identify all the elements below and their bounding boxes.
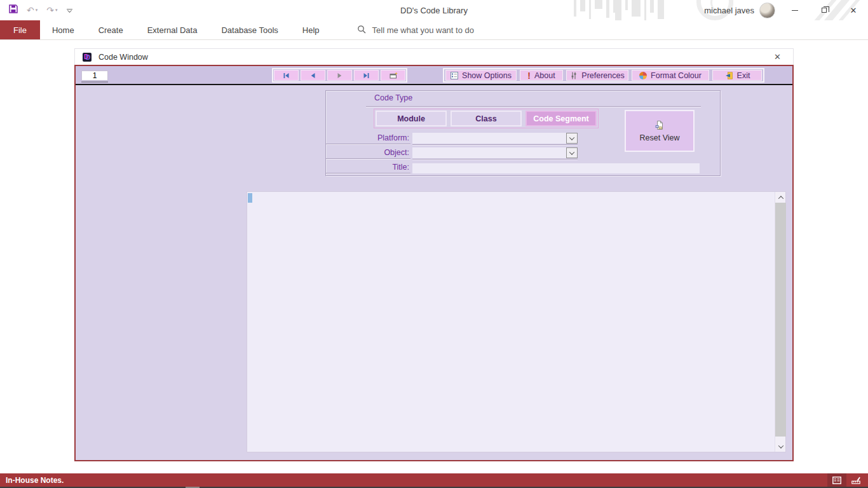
show-options-label: Show Options bbox=[462, 71, 512, 80]
toggle-class[interactable]: Class bbox=[451, 111, 522, 126]
customize-quick-access-icon[interactable] bbox=[67, 9, 72, 12]
close-form-icon[interactable]: ✕ bbox=[774, 52, 781, 62]
chevron-down-icon bbox=[569, 135, 574, 140]
code-window-title: Code Window bbox=[98, 53, 148, 62]
exclamation-icon: ! bbox=[527, 72, 531, 79]
form-toolbar-strip: Show Options ! About Preferences Format … bbox=[76, 66, 792, 85]
previous-record-icon bbox=[309, 72, 317, 79]
minimize-button[interactable] bbox=[780, 0, 810, 20]
about-button[interactable]: ! About bbox=[520, 70, 563, 81]
options-icon bbox=[451, 72, 458, 79]
account-name: michael javes bbox=[704, 6, 754, 15]
code-window-form: Show Options ! About Preferences Format … bbox=[74, 65, 794, 461]
first-record-icon bbox=[282, 72, 290, 79]
code-editor-textarea[interactable] bbox=[247, 192, 775, 452]
preferences-button[interactable]: Preferences bbox=[566, 70, 628, 81]
app-canvas: DD Code Window ✕ bbox=[0, 40, 868, 473]
tab-file[interactable]: File bbox=[0, 20, 40, 39]
tab-create[interactable]: Create bbox=[86, 20, 135, 39]
code-editor bbox=[247, 191, 786, 452]
record-number-input[interactable] bbox=[81, 71, 108, 81]
toggle-module[interactable]: Module bbox=[376, 111, 447, 126]
scrollbar-thumb[interactable] bbox=[775, 203, 786, 437]
code-window: DD Code Window ✕ bbox=[74, 48, 794, 461]
next-record-icon bbox=[336, 72, 344, 79]
reset-view-button[interactable]: Reset View bbox=[625, 110, 695, 152]
show-options-button[interactable]: Show Options bbox=[445, 70, 517, 81]
code-type-panel: Code Type Module Class Code Segment Plat… bbox=[325, 90, 721, 176]
editor-scrollbar[interactable] bbox=[775, 192, 785, 452]
colour-pie-icon bbox=[639, 72, 647, 79]
text-cursor bbox=[248, 193, 252, 203]
last-record-icon bbox=[362, 72, 370, 79]
exit-button[interactable]: Exit bbox=[712, 70, 762, 81]
new-record-button[interactable] bbox=[381, 70, 405, 81]
previous-record-button[interactable] bbox=[301, 70, 325, 81]
first-record-button[interactable] bbox=[274, 70, 299, 81]
format-colour-label: Format Colour bbox=[651, 71, 702, 80]
tab-home[interactable]: Home bbox=[40, 20, 86, 39]
close-button[interactable]: ✕ bbox=[839, 0, 868, 20]
scroll-down-icon[interactable] bbox=[775, 441, 786, 452]
record-number-box bbox=[81, 69, 108, 83]
design-view-icon bbox=[851, 477, 860, 484]
platform-row: Platform: bbox=[326, 133, 578, 145]
reset-view-label: Reset View bbox=[640, 133, 680, 142]
exit-icon bbox=[724, 72, 733, 79]
reset-view-icon bbox=[654, 120, 665, 130]
record-navigation-group bbox=[272, 68, 407, 83]
toggle-code-segment[interactable]: Code Segment bbox=[526, 111, 597, 126]
redo-button[interactable]: ↷▾ bbox=[46, 5, 57, 15]
tab-database-tools[interactable]: Database Tools bbox=[209, 20, 290, 39]
window-controls: ✕ bbox=[780, 0, 868, 20]
search-icon bbox=[357, 25, 366, 36]
status-bar: In-House Notes. bbox=[0, 473, 868, 487]
scroll-up-icon[interactable] bbox=[775, 192, 786, 203]
dd-logo-icon: DD bbox=[83, 53, 92, 62]
last-record-button[interactable] bbox=[354, 70, 379, 81]
form-command-buttons: Show Options ! About Preferences Format … bbox=[443, 68, 764, 83]
chevron-down-icon bbox=[569, 149, 574, 154]
sliders-icon bbox=[570, 72, 578, 79]
undo-button[interactable]: ↶▾ bbox=[27, 5, 37, 15]
about-label: About bbox=[534, 71, 555, 80]
object-label: Object: bbox=[326, 148, 410, 159]
tell-me-label: Tell me what you want to do bbox=[372, 25, 474, 35]
tab-external-data[interactable]: External Data bbox=[135, 20, 210, 39]
code-window-header: DD Code Window ✕ bbox=[74, 48, 794, 65]
next-record-button[interactable] bbox=[327, 70, 352, 81]
code-type-toggle-group: Module Class Code Segment bbox=[374, 109, 599, 128]
ribbon-tab-bar: File Home Create External Data Database … bbox=[0, 20, 868, 40]
object-row: Object: bbox=[326, 147, 578, 159]
object-combobox bbox=[412, 147, 578, 159]
title-row: Title: bbox=[326, 162, 700, 174]
tab-help[interactable]: Help bbox=[290, 20, 332, 39]
avatar[interactable] bbox=[759, 3, 775, 18]
form-view-icon bbox=[832, 477, 841, 484]
format-colour-button[interactable]: Format Colour bbox=[632, 70, 709, 81]
code-type-label: Code Type bbox=[374, 93, 412, 102]
platform-label: Platform: bbox=[326, 133, 410, 144]
restore-button[interactable] bbox=[810, 0, 839, 20]
object-input[interactable] bbox=[412, 147, 566, 158]
group-divider bbox=[366, 106, 701, 107]
titlebar: ↶▾ ↷▾ DD's Code Library michael javes ✕ bbox=[0, 0, 868, 20]
view-shortcut-group bbox=[827, 473, 865, 487]
status-text: In-House Notes. bbox=[6, 476, 64, 485]
title-input[interactable] bbox=[412, 163, 700, 173]
form-detail: Code Type Module Class Code Segment Plat… bbox=[76, 85, 792, 459]
exit-label: Exit bbox=[737, 71, 750, 80]
form-view-button[interactable] bbox=[827, 473, 846, 487]
title-label: Title: bbox=[326, 163, 410, 173]
account-control[interactable]: michael javes bbox=[704, 0, 775, 20]
platform-combobox bbox=[412, 133, 578, 145]
platform-dropdown-button[interactable] bbox=[566, 133, 578, 144]
design-view-button[interactable] bbox=[846, 473, 865, 487]
platform-input[interactable] bbox=[412, 133, 566, 144]
quick-access-toolbar: ↶▾ ↷▾ bbox=[9, 0, 72, 20]
save-icon[interactable] bbox=[9, 4, 18, 16]
new-record-icon bbox=[389, 72, 398, 79]
tell-me-search[interactable]: Tell me what you want to do bbox=[357, 20, 474, 39]
preferences-label: Preferences bbox=[581, 71, 624, 80]
object-dropdown-button[interactable] bbox=[566, 147, 578, 158]
